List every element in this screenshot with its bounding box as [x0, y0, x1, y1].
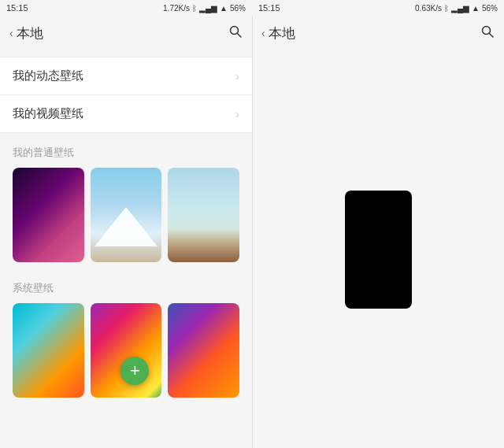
search-icon-left [228, 24, 243, 39]
battery-left: 56% [230, 4, 246, 13]
my-wallpaper-3[interactable] [168, 168, 239, 262]
status-icons-left: 1.72K/s ᛒ ▂▄▆ ▲ 56% [163, 4, 246, 13]
network-speed-left: 1.72K/s [163, 4, 190, 13]
battery-right: 56% [482, 4, 498, 13]
search-button-right[interactable] [480, 24, 495, 43]
status-bar-right: 15:15 0.63K/s ᛒ ▂▄▆ ▲ 56% [252, 0, 504, 16]
back-button-right[interactable]: ‹ 本地 [261, 24, 295, 43]
chevron-icon-video: › [235, 108, 239, 120]
svg-line-3 [490, 33, 494, 37]
my-wallpaper-section: 我的普通壁纸 [0, 146, 252, 268]
preview-area [252, 50, 504, 448]
signal-bars-icon-right: ▂▄▆ [451, 4, 469, 13]
search-button-left[interactable] [228, 24, 243, 43]
status-bar-left: 15:15 1.72K/s ᛒ ▂▄▆ ▲ 56% [0, 0, 252, 16]
time-left: 15:15 [6, 3, 28, 13]
panel-divider [252, 0, 253, 448]
header-title-left: 本地 [17, 24, 43, 43]
signal-bars-icon: ▂▄▆ [199, 4, 217, 13]
my-wallpaper-2[interactable] [91, 168, 162, 262]
system-wallpaper-title: 系统壁纸 [13, 281, 239, 295]
back-button-left[interactable]: ‹ 本地 [9, 24, 43, 43]
left-content: 我的动态壁纸 › 我的视频壁纸 › 我的普通壁纸 系统壁纸 [0, 50, 252, 448]
plus-button[interactable]: + [120, 357, 149, 385]
menu-item-animated[interactable]: 我的动态壁纸 › [0, 57, 252, 95]
system-wallpaper-section: 系统壁纸 + [0, 281, 252, 404]
system-wallpaper-1[interactable] [13, 303, 84, 398]
right-panel: 15:15 0.63K/s ᛒ ▂▄▆ ▲ 56% ‹ 本地 [252, 0, 504, 448]
status-icons-right: 0.63K/s ᛒ ▂▄▆ ▲ 56% [415, 4, 498, 13]
system-wallpaper-3[interactable] [168, 303, 239, 398]
back-arrow-icon: ‹ [9, 27, 13, 39]
search-icon-right [480, 24, 495, 39]
wifi-icon-right: ▲ [472, 4, 480, 13]
my-wallpaper-1[interactable] [13, 168, 84, 262]
phone-preview [345, 191, 412, 309]
system-wallpaper-grid: + [13, 303, 239, 398]
chevron-icon-animated: › [235, 70, 239, 83]
svg-line-1 [238, 33, 242, 37]
header-title-right: 本地 [269, 24, 295, 43]
back-arrow-icon-right: ‹ [261, 27, 265, 39]
my-wallpaper-grid [13, 168, 239, 262]
header-right: ‹ 本地 [252, 16, 504, 50]
my-wallpaper-title: 我的普通壁纸 [13, 146, 239, 160]
bluetooth-icon-right: ᛒ [444, 4, 449, 13]
wifi-icon: ▲ [220, 4, 228, 13]
system-wallpaper-2[interactable]: + [91, 303, 162, 398]
time-right: 15:15 [258, 3, 280, 13]
mountain-shape-icon [94, 207, 158, 246]
left-panel: 15:15 1.72K/s ᛒ ▂▄▆ ▲ 56% ‹ 本地 我的动态壁纸 › [0, 0, 252, 448]
header-left: ‹ 本地 [0, 16, 252, 50]
menu-item-video-label: 我的视频壁纸 [13, 106, 83, 121]
menu-item-animated-label: 我的动态壁纸 [13, 68, 83, 83]
menu-item-video[interactable]: 我的视频壁纸 › [0, 95, 252, 133]
network-speed-right: 0.63K/s [415, 4, 442, 13]
bluetooth-icon: ᛒ [192, 4, 197, 13]
